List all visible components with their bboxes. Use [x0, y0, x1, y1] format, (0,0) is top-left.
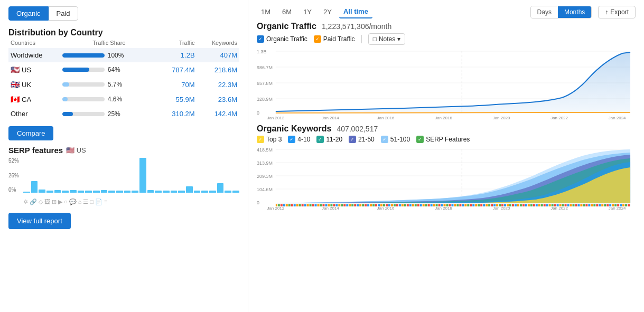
- view-full-report-button[interactable]: View full report: [8, 213, 71, 229]
- table-row: 🇬🇧UK 5.7% 70M22.3M: [8, 77, 239, 92]
- organic-traffic-svg: 1.3B 986.7M 657.8M 328.9M 0: [257, 47, 636, 121]
- organic-traffic-section: Organic Traffic 1,223,571,306/month ✓ Or…: [257, 22, 636, 121]
- serp-bar: [23, 192, 30, 193]
- paid-check: ✓: [314, 35, 321, 43]
- days-button[interactable]: Days: [531, 6, 558, 18]
- period-1m[interactable]: 1M: [257, 6, 275, 18]
- time-nav: 1M 6M 1Y 2Y All time Days Months ↑ Expor…: [257, 5, 636, 18]
- serp-bar: [54, 190, 61, 193]
- serp-bar: [147, 190, 154, 193]
- country-table: Countries Traffic Share Traffic Keywords…: [8, 37, 239, 121]
- svg-text:Jan 2024: Jan 2024: [609, 206, 626, 211]
- organic-keywords-section: Organic Keywords 407,002,517 ✓ Top 3 ✓ 4…: [257, 124, 636, 214]
- serp-bar: [85, 191, 92, 193]
- legend-51-100[interactable]: ✓ 51-100: [381, 136, 410, 143]
- organic-check: ✓: [257, 35, 264, 43]
- legend-11-20[interactable]: ✓ 11-20: [316, 136, 342, 143]
- organic-traffic-legend: ✓ Organic Traffic ✓ Paid Traffic □ Notes…: [257, 33, 405, 45]
- traffic-cell: 310.2M: [158, 107, 197, 121]
- legend-top3[interactable]: ✓ Top 3: [257, 136, 282, 143]
- keywords-svg: 418.5M 313.9M 209.3M 104.6M 0: [257, 145, 636, 214]
- serp-bar: [232, 191, 239, 193]
- serp-bar: [62, 191, 69, 193]
- traffic-cell: 787.4M: [158, 62, 197, 77]
- svg-text:0: 0: [257, 200, 259, 205]
- svg-text:418.5M: 418.5M: [257, 147, 273, 153]
- tab-paid[interactable]: Paid: [49, 6, 78, 21]
- serp-section: SERP features 🇺🇸 US 52% 26% 0% ✡🔗◇🖼⊞▶○💬⌂…: [8, 146, 239, 205]
- serp-bars-area: [23, 158, 239, 193]
- serp-bar: [217, 183, 224, 193]
- col-keywords: Keywords: [197, 37, 239, 48]
- serp-bar: [31, 181, 38, 193]
- notes-chevron-icon: ▾: [397, 35, 400, 43]
- serp-country: 🇺🇸 US: [66, 146, 86, 154]
- organic-traffic-chart: 1.3B 986.7M 657.8M 328.9M 0: [257, 47, 636, 121]
- serp-bar: [163, 191, 170, 193]
- notes-button[interactable]: □ Notes ▾: [368, 33, 406, 45]
- months-button[interactable]: Months: [558, 6, 591, 18]
- svg-text:Jan 2014: Jan 2014: [322, 116, 339, 120]
- distribution-section: Distribution by Country Countries Traffi…: [8, 26, 239, 121]
- tab-organic[interactable]: Organic: [8, 6, 49, 21]
- serp-bar: [139, 158, 146, 193]
- traffic-cell: 55.9M: [158, 92, 197, 107]
- serp-bar: [108, 191, 115, 193]
- svg-text:657.8M: 657.8M: [257, 81, 273, 86]
- serp-bar: [178, 191, 185, 193]
- svg-text:Jan 2022: Jan 2022: [550, 116, 568, 120]
- col-traffic-share: Traffic Share: [60, 37, 158, 48]
- keywords-cell: 23.6M: [197, 92, 239, 107]
- svg-text:313.9M: 313.9M: [257, 160, 273, 166]
- traffic-share-cell: 5.7%: [60, 77, 158, 92]
- serp-bar: [171, 191, 178, 193]
- country-name-cell: 🇬🇧UK: [8, 77, 60, 92]
- serp-bar: [116, 191, 123, 193]
- svg-text:Jan 2020: Jan 2020: [493, 116, 510, 120]
- period-1y[interactable]: 1Y: [299, 6, 316, 18]
- traffic-share-cell: 25%: [60, 107, 158, 121]
- table-row: 🇺🇸US 64% 787.4M218.6M: [8, 62, 239, 77]
- legend-21-50[interactable]: ✓ 21-50: [349, 136, 375, 143]
- legend-4-10-label: 4-10: [297, 136, 310, 143]
- keywords-cell: 22.3M: [197, 77, 239, 92]
- legend-organic[interactable]: ✓ Organic Traffic: [257, 35, 307, 43]
- serp-bar: [101, 190, 108, 193]
- keywords-cell: 142.4M: [197, 107, 239, 121]
- serp-features-check: ✓: [416, 136, 424, 143]
- svg-text:Jan 2016: Jan 2016: [377, 116, 395, 120]
- col-traffic: Traffic: [158, 37, 197, 48]
- export-button[interactable]: ↑ Export: [598, 6, 636, 18]
- serp-bar: [124, 191, 131, 193]
- serp-bar: [155, 191, 162, 193]
- svg-text:0: 0: [257, 110, 259, 116]
- keywords-cell: 407M: [197, 48, 239, 62]
- legend-separator: [361, 35, 362, 43]
- legend-serp-features[interactable]: ✓ SERP Features: [416, 136, 470, 143]
- serp-chart: 52% 26% 0% ✡🔗◇🖼⊞▶○💬⌂☰□📄≡: [8, 158, 239, 205]
- legend-serp-label: SERP Features: [426, 136, 470, 143]
- period-all-time[interactable]: All time: [339, 5, 372, 18]
- serp-bar: [225, 191, 231, 193]
- country-name-cell: 🇨🇦CA: [8, 92, 60, 107]
- svg-text:1.3B: 1.3B: [257, 49, 266, 54]
- legend-paid[interactable]: ✓ Paid Traffic: [314, 35, 355, 43]
- distribution-title: Distribution by Country: [8, 28, 239, 37]
- serp-bar: [186, 186, 193, 193]
- legend-11-20-label: 11-20: [326, 136, 342, 143]
- notes-icon: □: [373, 35, 377, 43]
- serp-bar: [46, 191, 53, 193]
- country-name-cell: 🇺🇸US: [8, 62, 60, 77]
- country-name-cell: Other: [8, 107, 60, 121]
- legend-4-10[interactable]: ✓ 4-10: [288, 136, 310, 143]
- serp-bar: [39, 190, 45, 193]
- serp-bar: [201, 191, 208, 193]
- serp-bar: [194, 191, 201, 193]
- period-2y[interactable]: 2Y: [319, 6, 336, 18]
- svg-text:Jan 2018: Jan 2018: [435, 206, 452, 211]
- compare-button[interactable]: Compare: [8, 126, 53, 140]
- keywords-legend: ✓ Top 3 ✓ 4-10 ✓ 11-20 ✓ 21-50 ✓ 51-10: [257, 136, 636, 143]
- table-row: Other 25% 310.2M142.4M: [8, 107, 239, 121]
- svg-text:104.6M: 104.6M: [257, 187, 273, 192]
- period-6m[interactable]: 6M: [278, 6, 296, 18]
